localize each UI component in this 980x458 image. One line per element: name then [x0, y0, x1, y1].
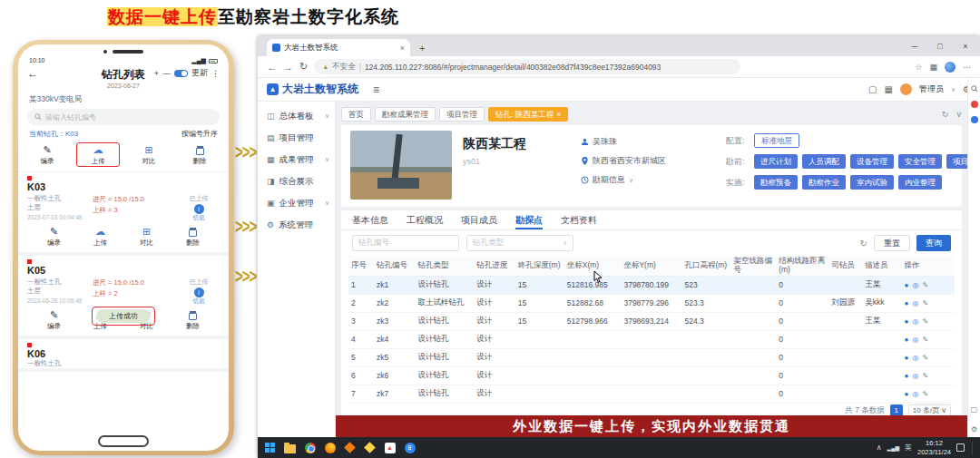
project-action-button[interactable]: 项目归档 — [946, 154, 967, 169]
project-action-button[interactable]: 设备管理 — [850, 154, 894, 169]
phone-action-delete[interactable]: 删除 — [174, 144, 225, 166]
phone-action-edit[interactable]: 编录 — [31, 309, 77, 331]
project-action-button[interactable]: 安全管理 — [898, 154, 942, 169]
edit-icon[interactable]: ✎ — [922, 336, 928, 344]
hole-card[interactable]: K05一般性土孔土层2023-06-28 10:06:48进尺 = 15.0 /… — [18, 256, 229, 339]
info-badge-icon[interactable]: i — [194, 287, 204, 297]
photos-app-icon[interactable]: ▲ — [383, 441, 397, 454]
edit-icon[interactable]: ✎ — [922, 372, 928, 380]
browser-tab[interactable]: 大岩土数智系统 × — [267, 39, 410, 56]
table-row[interactable]: 3zk3设计钻孔设计15512798.9663798693.214524.30王… — [348, 312, 955, 330]
table-row[interactable]: 6zk6设计钻孔设计0●◎✎ — [348, 366, 955, 385]
chevron-up-icon[interactable]: ∧ — [877, 443, 882, 452]
breadcrumb-tab[interactable]: 钻孔: 陕西某工程× — [488, 107, 568, 122]
phone-action-delete[interactable]: 删除 — [170, 309, 216, 331]
network-icon[interactable]: ▂▄▆ — [887, 444, 899, 451]
sidebar-item-display[interactable]: ◨综合展示 — [258, 171, 335, 192]
tab-文档资料[interactable]: 文档资料 — [561, 210, 597, 229]
project-action-button[interactable]: 标准地层 — [754, 133, 799, 148]
more-icon[interactable]: ⋯ — [963, 63, 971, 72]
table-row[interactable]: 5zk5设计钻孔设计0●◎✎ — [348, 348, 955, 366]
maximize-icon[interactable]: □ — [927, 36, 953, 56]
breadcrumb-tab[interactable]: 首页 — [341, 107, 371, 122]
locate-icon[interactable]: ● — [905, 336, 909, 344]
locate-icon[interactable]: ● — [905, 354, 909, 362]
table-row[interactable]: 7zk7设计钻孔设计0●◎✎ — [348, 385, 955, 403]
notifications-icon[interactable] — [956, 443, 965, 452]
reset-button[interactable]: 重置 — [874, 235, 910, 251]
project-action-button[interactable]: 勘察预备 — [754, 175, 798, 190]
detail-icon[interactable]: ◎ — [912, 336, 918, 344]
menu-collapse-icon[interactable]: ≡ — [373, 83, 379, 96]
refresh-icon[interactable]: ↻ — [942, 110, 949, 119]
sidebar-item-enterprise[interactable]: ▣企业管理∨ — [258, 192, 335, 214]
table-row[interactable]: 1zk1设计钻孔设计15512816.9853798780.1995230王某●… — [348, 276, 955, 294]
edit-icon[interactable]: ✎ — [922, 281, 928, 289]
sidebar-item-system[interactable]: ⚙系统管理 — [258, 214, 335, 236]
search-button[interactable]: 查询 — [916, 235, 951, 251]
locate-icon[interactable]: ● — [905, 317, 909, 326]
show-desktop-button[interactable] — [972, 441, 975, 455]
locate-icon[interactable]: ● — [905, 372, 909, 380]
sidebar-item-project[interactable]: ▤项目管理 — [258, 127, 335, 149]
project-action-button[interactable]: 内业整理 — [898, 175, 942, 190]
refresh-icon[interactable]: ↻ — [860, 239, 867, 248]
settings-icon[interactable]: ⚙ — [971, 425, 977, 434]
layout-icon[interactable]: ▢ — [868, 84, 877, 94]
fullscreen-icon[interactable]: ▦ — [884, 84, 892, 94]
detail-icon[interactable]: ◎ — [912, 354, 918, 362]
back-icon[interactable]: ← — [267, 62, 277, 73]
project-action-button[interactable]: 人员调配 — [802, 154, 846, 169]
phone-action-edit[interactable]: 编录 — [22, 144, 73, 166]
update-button[interactable]: 更新 — [191, 67, 208, 79]
home-button[interactable] — [98, 435, 149, 447]
locate-icon[interactable]: ● — [905, 299, 909, 307]
tools-icon[interactable]: ▢ — [971, 405, 978, 414]
toggle-switch[interactable] — [174, 70, 188, 77]
chat-app-icon[interactable]: 8 — [403, 441, 416, 454]
warning-app-icon[interactable] — [363, 441, 377, 454]
chrome-icon[interactable] — [303, 441, 317, 454]
phone-action-delete[interactable]: 删除 — [170, 226, 216, 248]
minus-icon[interactable]: — — [162, 69, 171, 78]
minimize-icon[interactable]: ─ — [902, 36, 927, 56]
tab-工程概况[interactable]: 工程概况 — [407, 210, 443, 229]
edit-icon[interactable]: ✎ — [922, 317, 928, 326]
favorites-icon[interactable] — [971, 101, 978, 108]
phone-action-upload[interactable]: 上传 — [77, 226, 123, 248]
project-schedule-link[interactable]: 勘期信息 — [593, 174, 625, 186]
edit-icon[interactable]: ✎ — [922, 354, 928, 362]
language-indicator[interactable]: 英 — [905, 443, 912, 453]
edit-icon[interactable]: ✎ — [922, 299, 928, 307]
detail-icon[interactable]: ◎ — [912, 317, 918, 326]
project-action-button[interactable]: 勘察作业 — [802, 175, 846, 190]
table-row[interactable]: 4zk4设计钻孔设计0●◎✎ — [348, 330, 955, 348]
clock[interactable]: 16:12 2023/11/24 — [917, 439, 951, 456]
table-row[interactable]: 2zk2取土试样钻孔设计15512882.683798779.296523.30… — [348, 294, 955, 312]
detail-icon[interactable]: ◎ — [912, 372, 918, 380]
hole-number-input[interactable]: 钻孔编号 — [352, 235, 459, 251]
breadcrumb-tab[interactable]: 勘察成果管理 — [375, 107, 436, 122]
avatar[interactable] — [900, 83, 912, 95]
detail-icon[interactable]: ◎ — [912, 281, 918, 289]
collections-icon[interactable] — [971, 116, 978, 123]
extensions-icon[interactable]: ▦ — [929, 63, 937, 72]
detail-icon[interactable]: ◎ — [912, 299, 918, 307]
security-app-icon[interactable] — [343, 441, 357, 454]
sort-order-button[interactable]: 按编号升序 — [181, 129, 218, 139]
hole-card[interactable]: K03一般性土孔土层2023-07-03 00:04:48进尺 = 15.0 /… — [18, 172, 229, 256]
chevron-down-icon[interactable]: ∨ — [956, 110, 962, 119]
info-badge-icon[interactable]: i — [194, 204, 204, 214]
edit-icon[interactable]: ✎ — [922, 390, 928, 398]
file-explorer-icon[interactable] — [283, 441, 297, 454]
add-icon[interactable]: + — [154, 69, 159, 78]
sidebar-item-dashboard[interactable]: ◫总体看板∨ — [258, 105, 335, 127]
hole-card[interactable]: K06一般性土孔 — [18, 339, 229, 372]
phone-action-edit[interactable]: 编录 — [31, 226, 77, 248]
phone-action-compare[interactable]: 对比 — [123, 144, 174, 166]
forward-icon[interactable]: → — [283, 62, 293, 73]
search-icon[interactable] — [971, 85, 978, 93]
url-bar[interactable]: ▲ 不安全 | 124.205.110.227:8086/#/projectma… — [314, 59, 740, 74]
hole-type-select[interactable]: 钻孔类型∨ — [466, 235, 573, 251]
project-action-button[interactable]: 进尺计划 — [754, 154, 798, 169]
